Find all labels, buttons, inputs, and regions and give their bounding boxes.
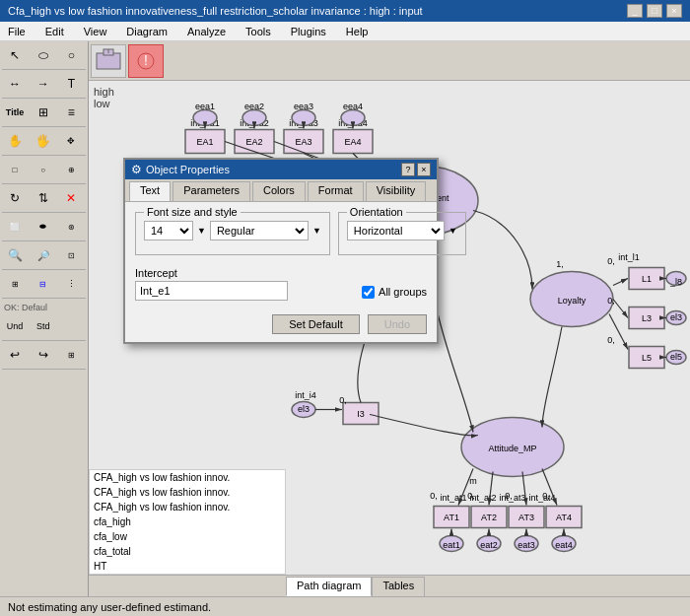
dialog-tab-parameters[interactable]: Parameters <box>172 181 250 201</box>
tool-obs2[interactable]: ⬜ <box>2 215 28 239</box>
tool-title[interactable]: Title <box>2 101 28 124</box>
menu-bar: File Edit View Diagram Analyze Tools Plu… <box>0 22 690 41</box>
tool-hand[interactable]: ✋ <box>2 129 28 153</box>
dialog-close-button[interactable]: × <box>417 163 431 176</box>
toolbar-section-6: ↻ ⇅ ✕ <box>2 186 86 213</box>
dialog-help-button[interactable]: ? <box>401 163 415 176</box>
cfa-item-6[interactable]: HT <box>90 559 285 574</box>
eea4-node[interactable] <box>341 110 365 126</box>
tab-tables[interactable]: Tables <box>372 577 425 596</box>
toolbar-section-1: ↖ ⬭ ○ <box>2 43 86 70</box>
orientation-select[interactable]: Horizontal Vertical <box>347 221 445 240</box>
cfa-item-5[interactable]: cfa_total <box>90 544 285 559</box>
eat3-text: eat3 <box>518 540 535 550</box>
dialog-tab-text[interactable]: Text <box>129 181 171 201</box>
tool-arrow-r[interactable]: → <box>31 72 56 96</box>
loyalty-text: Loyalty <box>558 296 586 306</box>
tool-obs[interactable]: □ <box>2 158 28 181</box>
arrow-loy-l1 <box>613 279 628 286</box>
val-0-l3: 0, <box>607 296 615 306</box>
menu-edit[interactable]: Edit <box>41 25 68 38</box>
cfa-item-0[interactable]: CFA_high vs low fashion innov. <box>90 470 285 485</box>
dialog-tab-visibility[interactable]: Visibility <box>366 181 427 201</box>
tool-reflect[interactable]: ⇅ <box>31 186 56 210</box>
tool-std[interactable]: Std <box>31 314 56 338</box>
ea3-text: EA3 <box>295 137 311 147</box>
eea1-node[interactable] <box>193 110 217 126</box>
intercept-input[interactable] <box>135 281 288 301</box>
tool-zoom-out[interactable]: 🔎 <box>31 243 56 267</box>
cfa-item-1[interactable]: CFA_high vs low fashion innov. <box>90 485 285 500</box>
dialog-tab-format[interactable]: Format <box>308 181 364 201</box>
tool-select2[interactable]: ⊞ <box>2 272 28 296</box>
set-default-button[interactable]: Set Default <box>272 314 359 334</box>
eat4-text: eat4 <box>555 540 573 550</box>
orientation-arrow: ▼ <box>448 226 457 236</box>
orientation-label: Orientation <box>347 206 406 218</box>
tool-undo[interactable]: Und <box>2 314 28 338</box>
tool-select[interactable]: ↖ <box>2 43 28 67</box>
tool-latent2[interactable]: ⬬ <box>31 215 56 239</box>
tool-path[interactable]: ⬭ <box>31 43 56 67</box>
undo-button[interactable]: Undo <box>368 314 427 334</box>
tool-redo[interactable]: ↪ <box>31 343 56 367</box>
font-style-arrow: ▼ <box>312 226 321 236</box>
arrow-eng-loy <box>473 211 532 290</box>
menu-diagram[interactable]: Diagram <box>122 25 172 38</box>
cfa-item-2[interactable]: CFA_high vs low fashion innov. <box>90 500 285 514</box>
menu-help[interactable]: Help <box>342 25 373 38</box>
top-icon-2[interactable]: ! <box>128 44 164 78</box>
tool-fit[interactable]: ⊡ <box>58 243 84 267</box>
toolbar-section-2: ↔ → T <box>2 72 86 99</box>
tool-deselect[interactable]: ⊟ <box>31 272 56 296</box>
tool-ellipse[interactable]: ○ <box>58 43 84 67</box>
tool-undo2[interactable]: ↩ <box>2 343 28 367</box>
menu-plugins[interactable]: Plugins <box>287 25 330 38</box>
title-controls: _ □ × <box>627 4 682 18</box>
menu-file[interactable]: File <box>4 25 30 38</box>
eea2-node[interactable] <box>242 110 266 126</box>
dialog-title-controls: ? × <box>401 163 431 176</box>
font-style-select[interactable]: Regular Bold Italic <box>210 221 309 240</box>
all-groups-label: All groups <box>379 286 427 298</box>
eea3-node[interactable] <box>292 110 315 126</box>
all-groups-checkbox[interactable] <box>362 286 375 299</box>
menu-tools[interactable]: Tools <box>242 25 275 38</box>
val-0-at1: 0, <box>430 491 438 501</box>
tool-arrow-lr[interactable]: ↔ <box>2 72 28 96</box>
el5-text: el5 <box>670 352 682 362</box>
tool-err2[interactable]: ⊛ <box>58 215 84 239</box>
attitude-text: Attitude_MP <box>488 444 536 453</box>
tool-figure[interactable]: ⊞ <box>31 101 56 124</box>
menu-analyze[interactable]: Analyze <box>183 25 230 38</box>
tab-path-diagram[interactable]: Path diagram <box>286 577 372 596</box>
dialog-body: Font size and style 14 ▼ Regular Bold It… <box>125 202 437 310</box>
arrow-loy-l3 <box>613 300 628 318</box>
tool-move[interactable]: ✥ <box>58 129 84 153</box>
tool-text[interactable]: T <box>58 72 84 96</box>
tool-rotate[interactable]: ↻ <box>2 186 28 210</box>
tool-error[interactable]: ⊕ <box>58 158 84 181</box>
tool-latent[interactable]: ○ <box>31 158 56 181</box>
tool-var[interactable]: ≡ <box>58 101 84 124</box>
font-size-select[interactable]: 14 <box>144 221 193 240</box>
int-at3-label: int_at3 <box>499 493 525 503</box>
dialog-tab-colors[interactable]: Colors <box>252 181 306 201</box>
maximize-button[interactable]: □ <box>647 4 662 18</box>
at3-text: AT3 <box>518 513 534 522</box>
ea4-text: EA4 <box>344 137 361 147</box>
minimize-button[interactable]: _ <box>627 4 643 18</box>
tool-group[interactable]: ⊞ <box>58 343 84 367</box>
top-icon-1[interactable] <box>91 44 126 78</box>
toolbar-section-8: 🔍 🔎 ⊡ <box>2 243 86 270</box>
tool-x[interactable]: ✕ <box>58 186 84 210</box>
arrow-i3-att <box>370 415 478 436</box>
tool-zoom-in[interactable]: 🔍 <box>2 243 28 267</box>
tool-hand2[interactable]: 🖐 <box>31 129 56 153</box>
close-button[interactable]: × <box>666 4 682 18</box>
val-0-at4: 0, <box>542 491 550 501</box>
cfa-item-4[interactable]: cfa_low <box>90 529 285 544</box>
cfa-item-3[interactable]: cfa_high <box>90 514 285 529</box>
tool-drag[interactable]: ⋮ <box>58 272 84 296</box>
menu-view[interactable]: View <box>80 25 111 38</box>
